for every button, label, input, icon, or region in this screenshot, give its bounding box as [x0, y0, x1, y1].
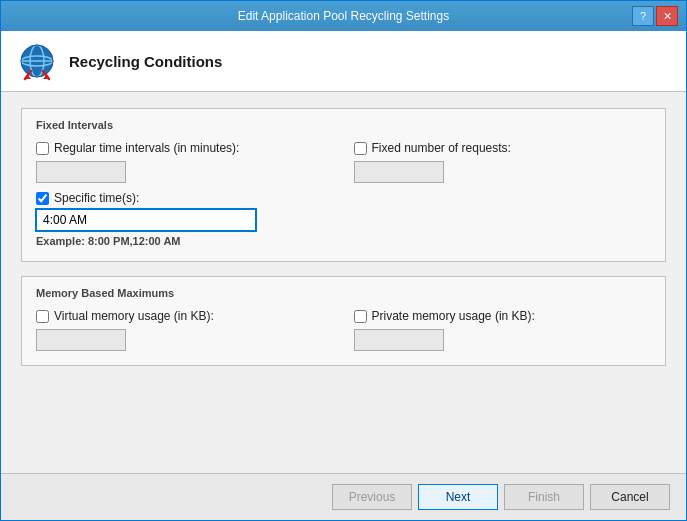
specific-time-input[interactable] — [36, 209, 256, 231]
fixed-intervals-row1: Regular time intervals (in minutes): Fix… — [36, 141, 651, 183]
footer: Previous Next Finish Cancel — [1, 473, 686, 520]
example-text: Example: 8:00 PM,12:00 AM — [36, 235, 651, 247]
specific-time-label-text: Specific time(s): — [54, 191, 139, 205]
regular-time-input[interactable] — [36, 161, 126, 183]
title-bar: Edit Application Pool Recycling Settings… — [1, 1, 686, 31]
fixed-intervals-label: Fixed Intervals — [36, 119, 651, 131]
fixed-requests-input[interactable] — [354, 161, 444, 183]
virtual-memory-checkbox[interactable] — [36, 310, 49, 323]
fixed-requests-checkbox-label[interactable]: Fixed number of requests: — [354, 141, 652, 155]
example-value: 8:00 PM,12:00 AM — [88, 235, 181, 247]
fixed-intervals-group: Fixed Intervals Regular time intervals (… — [21, 108, 666, 262]
regular-time-label-text: Regular time intervals (in minutes): — [54, 141, 239, 155]
regular-time-checkbox-label[interactable]: Regular time intervals (in minutes): — [36, 141, 334, 155]
private-memory-checkbox[interactable] — [354, 310, 367, 323]
private-memory-input[interactable] — [354, 329, 444, 351]
next-button[interactable]: Next — [418, 484, 498, 510]
cancel-button[interactable]: Cancel — [590, 484, 670, 510]
window-title: Edit Application Pool Recycling Settings — [55, 9, 632, 23]
content-area: Fixed Intervals Regular time intervals (… — [1, 92, 686, 473]
private-memory-col: Private memory usage (in KB): — [354, 309, 652, 351]
regular-time-col: Regular time intervals (in minutes): — [36, 141, 334, 183]
recycling-icon — [17, 41, 57, 81]
memory-based-group: Memory Based Maximums Virtual memory usa… — [21, 276, 666, 366]
fixed-requests-label-text: Fixed number of requests: — [372, 141, 511, 155]
help-button[interactable]: ? — [632, 6, 654, 26]
specific-time-checkbox-label[interactable]: Specific time(s): — [36, 191, 651, 205]
close-button[interactable]: ✕ — [656, 6, 678, 26]
header-title: Recycling Conditions — [69, 53, 222, 70]
header-section: Recycling Conditions — [1, 31, 686, 92]
memory-based-row1: Virtual memory usage (in KB): Private me… — [36, 309, 651, 351]
private-memory-checkbox-label[interactable]: Private memory usage (in KB): — [354, 309, 652, 323]
fixed-requests-col: Fixed number of requests: — [354, 141, 652, 183]
fixed-requests-checkbox[interactable] — [354, 142, 367, 155]
main-window: Edit Application Pool Recycling Settings… — [0, 0, 687, 521]
specific-time-checkbox[interactable] — [36, 192, 49, 205]
regular-time-checkbox[interactable] — [36, 142, 49, 155]
example-prefix: Example: — [36, 235, 88, 247]
virtual-memory-col: Virtual memory usage (in KB): — [36, 309, 334, 351]
virtual-memory-checkbox-label[interactable]: Virtual memory usage (in KB): — [36, 309, 334, 323]
title-bar-controls: ? ✕ — [632, 6, 678, 26]
virtual-memory-input[interactable] — [36, 329, 126, 351]
private-memory-label-text: Private memory usage (in KB): — [372, 309, 535, 323]
memory-based-label: Memory Based Maximums — [36, 287, 651, 299]
specific-time-section: Specific time(s): Example: 8:00 PM,12:00… — [36, 191, 651, 247]
virtual-memory-label-text: Virtual memory usage (in KB): — [54, 309, 214, 323]
previous-button[interactable]: Previous — [332, 484, 412, 510]
finish-button[interactable]: Finish — [504, 484, 584, 510]
